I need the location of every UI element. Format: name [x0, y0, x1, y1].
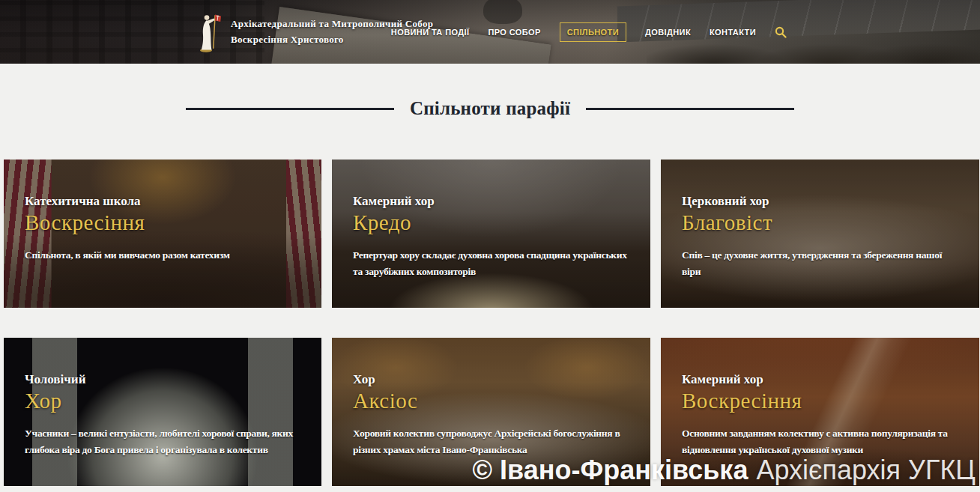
nav-item-directory[interactable]: ДОВІДНИК [645, 28, 691, 37]
nav-item-news[interactable]: НОВИНИ ТА ПОДІЇ [391, 28, 470, 37]
community-card-kredo[interactable]: Камерний хор Кредо Репертуар хору склада… [332, 160, 650, 308]
card-subtitle: Чоловічий [25, 372, 300, 387]
card-title: Хор [25, 389, 300, 413]
community-card-blahovist[interactable]: Церковний хор Благовіст Спів – це духовн… [661, 160, 979, 308]
community-card-aksios[interactable]: Хор Аксіос Хоровий колектив супроводжує … [332, 338, 650, 486]
card-title: Благовіст [682, 210, 958, 235]
card-content: Хор Аксіос Хоровий колектив супроводжує … [332, 338, 650, 486]
title-rule-left [186, 108, 394, 110]
main-content: Спільноти парафії Катехитична школа Воск… [0, 64, 980, 486]
risen-christ-logo-icon [196, 12, 221, 52]
card-description: Хоровий колектив супроводжує Архієрейськ… [353, 425, 629, 459]
page-title-section: Спільноти парафії [0, 64, 980, 119]
card-title: Воскресіння [25, 210, 300, 235]
communities-grid: Катехитична школа Воскресіння Спільнота,… [4, 160, 980, 486]
community-card-katekhytychna-shkola[interactable]: Катехитична школа Воскресіння Спільнота,… [4, 160, 321, 308]
card-description: Учасники – великі ентузіасти, любителі х… [25, 425, 300, 459]
community-card-voskresinnia-khor[interactable]: Камерний хор Воскресіння Основним завдан… [661, 338, 979, 486]
card-content: Церковний хор Благовіст Спів – це духовн… [661, 160, 979, 308]
card-content: Чоловічий Хор Учасники – великі ентузіас… [4, 338, 321, 486]
card-content: Камерний хор Кредо Репертуар хору склада… [332, 160, 650, 308]
card-subtitle: Хор [353, 372, 629, 387]
nav-item-about-cathedral[interactable]: ПРО СОБОР [488, 28, 540, 37]
site-header: Архікатедральний та Митрополичий Собор В… [0, 0, 980, 64]
card-subtitle: Церковний хор [682, 194, 958, 209]
card-content: Катехитична школа Воскресіння Спільнота,… [4, 160, 321, 308]
nav-item-contacts[interactable]: КОНТАКТИ [710, 28, 756, 37]
search-icon[interactable] [775, 26, 787, 38]
nav-item-communities[interactable]: СПІЛЬНОТИ [560, 22, 626, 42]
card-subtitle: Катехитична школа [25, 194, 300, 209]
card-description: Спів – це духовне життя, утвердження та … [682, 247, 958, 281]
card-content: Камерний хор Воскресіння Основним завдан… [661, 338, 979, 486]
card-subtitle: Камерний хор [682, 372, 958, 387]
community-card-cholovichyi-khor[interactable]: Чоловічий Хор Учасники – великі ентузіас… [4, 338, 321, 486]
card-description: Основним завданням колективу є активна п… [682, 425, 958, 459]
card-description: Репертуар хору складає духовна хорова сп… [353, 247, 629, 281]
title-rule-right [586, 108, 794, 110]
card-title: Кредо [353, 210, 629, 235]
page-title: Спільноти парафії [410, 98, 570, 119]
card-subtitle: Камерний хор [353, 194, 629, 209]
main-nav: НОВИНИ ТА ПОДІЇ ПРО СОБОР СПІЛЬНОТИ ДОВІ… [391, 0, 787, 64]
card-title: Воскресіння [682, 389, 958, 413]
card-title: Аксіос [353, 389, 629, 413]
card-description: Спільнота, в якій ми вивчаємо разом кате… [25, 247, 300, 264]
